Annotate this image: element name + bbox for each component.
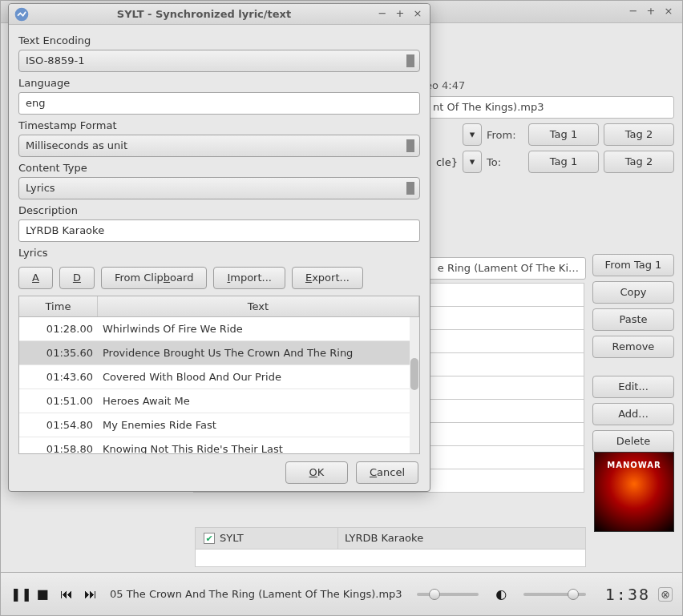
lyrics-add-button[interactable]: A <box>18 267 53 289</box>
language-input[interactable]: eng <box>18 92 420 115</box>
cover-band-text: MANOWAR <box>595 461 673 469</box>
app-icon <box>14 6 30 22</box>
dialog-footer: OK Cancel <box>9 454 430 491</box>
frame-row-sylt[interactable]: ✔ SYLT LYRDB Karaoke <box>195 527 586 550</box>
import-button[interactable]: Import... <box>213 267 285 289</box>
cell-time: 01:51.00 <box>19 395 98 407</box>
lyrics-toolbar: A D From Clipboard Import... Export... <box>18 267 420 289</box>
to-label: To: <box>487 156 523 168</box>
format-dropdown-arrow[interactable]: ▾ <box>463 123 482 146</box>
cell-time: 01:43.60 <box>19 371 98 383</box>
cell-text: Knowing Not This Ride's Their Last <box>98 443 419 453</box>
lyrics-table: Time Text 01:28.00Whirlwinds Of Fire We … <box>18 296 420 454</box>
cell-time: 01:54.80 <box>19 419 98 431</box>
dialog-title: SYLT - Synchronized lyric/text <box>36 8 372 20</box>
cell-text: My Enemies Ride Fast <box>98 419 419 431</box>
main-minimize-icon[interactable]: − <box>626 5 641 19</box>
combo-arrows-icon: ▴▾ <box>407 139 414 146</box>
delete-button[interactable]: Delete <box>592 430 674 453</box>
format-partial: cle} <box>434 156 458 168</box>
sylt-dialog: SYLT - Synchronized lyric/text − + × Tex… <box>8 3 430 492</box>
content-type-combo[interactable]: Lyrics▴▾ <box>18 177 420 199</box>
lyrics-label: Lyrics <box>18 247 420 259</box>
text-encoding-label: Text Encoding <box>18 34 420 46</box>
from-tag2-button[interactable]: Tag 2 <box>604 123 674 146</box>
table-row[interactable]: 01:51.00Heroes Await Me <box>19 389 419 413</box>
frame-list-empty <box>195 550 586 567</box>
cell-text: Whirlwinds Of Fire We Ride <box>98 323 419 335</box>
track-length-partial: eo 4:47 <box>426 79 465 91</box>
dialog-minimize-icon[interactable]: − <box>375 7 390 22</box>
language-label: Language <box>18 77 420 89</box>
timestamp-format-label: Timestamp Format <box>18 119 420 131</box>
edit-button[interactable]: Edit... <box>592 376 674 398</box>
combo-arrows-icon: ▴▾ <box>407 54 414 61</box>
main-close-icon[interactable]: × <box>661 5 676 19</box>
main-maximize-icon[interactable]: + <box>644 5 658 19</box>
ok-button[interactable]: OK <box>285 461 348 484</box>
col-time[interactable]: Time <box>19 296 98 316</box>
cell-time: 01:35.60 <box>19 347 98 359</box>
export-button[interactable]: Export... <box>292 267 363 289</box>
content-type-label: Content Type <box>18 162 420 174</box>
dialog-close-icon[interactable]: × <box>410 7 425 22</box>
table-header: Time Text <box>19 296 419 317</box>
volume-slider[interactable] <box>523 593 586 596</box>
table-body[interactable]: 01:28.00Whirlwinds Of Fire We Ride01:35.… <box>19 317 419 453</box>
seek-slider[interactable] <box>417 593 479 596</box>
table-row[interactable]: 01:43.60Covered With Blood And Our Pride <box>19 365 419 389</box>
text-encoding-combo[interactable]: ISO-8859-1▴▾ <box>18 50 420 72</box>
paste-button[interactable]: Paste <box>592 308 674 331</box>
table-row[interactable]: 01:54.80My Enemies Ride Fast <box>19 413 419 437</box>
stop-icon[interactable]: ■ <box>34 586 51 602</box>
cell-time: 01:58.80 <box>19 443 98 453</box>
from-label: From: <box>487 129 523 141</box>
player-close-icon[interactable]: ⊗ <box>658 587 673 602</box>
cancel-button[interactable]: Cancel <box>356 461 418 484</box>
player-bar: ❚❚ ■ ⏮ ⏭ 05 The Crown And The Ring (Lame… <box>1 572 682 615</box>
sylt-frame-desc: LYRDB Karaoke <box>338 528 585 549</box>
remove-button[interactable]: Remove <box>592 336 674 358</box>
table-row[interactable]: 01:35.60Providence Brought Us The Crown … <box>19 341 419 365</box>
cell-text: Heroes Await Me <box>98 395 419 407</box>
cell-text: Covered With Blood And Our Pride <box>98 371 419 383</box>
play-time: 1:38 <box>605 585 650 604</box>
format2-dropdown-arrow[interactable]: ▾ <box>463 151 482 173</box>
sylt-frame-name: SYLT <box>220 528 338 549</box>
timestamp-format-combo[interactable]: Milliseconds as unit▴▾ <box>18 135 420 157</box>
to-tag1-button[interactable]: Tag 1 <box>528 151 599 173</box>
dialog-maximize-icon[interactable]: + <box>393 7 407 22</box>
combo-arrows-icon: ▴▾ <box>407 181 414 188</box>
dialog-body: Text Encoding ISO-8859-1▴▾ Language eng … <box>9 25 430 454</box>
album-cover[interactable]: MANOWAR <box>594 452 674 532</box>
filename-input[interactable]: nt Of The Kings).mp3 <box>426 96 674 119</box>
table-row[interactable]: 01:58.80Knowing Not This Ride's Their La… <box>19 437 419 453</box>
right-button-column: From Tag 1 Copy Paste Remove Edit... Add… <box>592 254 674 453</box>
description-input[interactable]: LYRDB Karaoke <box>18 219 420 242</box>
col-text[interactable]: Text <box>98 296 419 316</box>
to-tag2-button[interactable]: Tag 2 <box>604 151 674 173</box>
add-button[interactable]: Add... <box>592 403 674 425</box>
cell-text: Providence Brought Us The Crown And The … <box>98 347 419 359</box>
volume-icon[interactable]: ◐ <box>493 586 509 602</box>
cell-time: 01:28.00 <box>19 323 98 335</box>
table-row[interactable]: 01:28.00Whirlwinds Of Fire We Ride <box>19 317 419 341</box>
pause-icon[interactable]: ❚❚ <box>10 586 26 602</box>
description-label: Description <box>18 204 420 216</box>
next-track-icon[interactable]: ⏭ <box>83 586 99 602</box>
lyrics-delete-button[interactable]: D <box>59 267 95 289</box>
copy-button[interactable]: Copy <box>592 281 674 304</box>
from-tag1-side-button[interactable]: From Tag 1 <box>592 254 674 276</box>
now-playing-label: 05 The Crown And The Ring (Lament Of The… <box>110 588 402 600</box>
table-scrollbar[interactable] <box>410 317 419 453</box>
dialog-titlebar[interactable]: SYLT - Synchronized lyric/text − + × <box>9 4 430 25</box>
from-tag1-button[interactable]: Tag 1 <box>528 123 599 146</box>
from-clipboard-button[interactable]: From Clipboard <box>101 267 207 289</box>
prev-track-icon[interactable]: ⏮ <box>59 586 75 602</box>
sylt-checkbox[interactable]: ✔ <box>204 533 215 544</box>
